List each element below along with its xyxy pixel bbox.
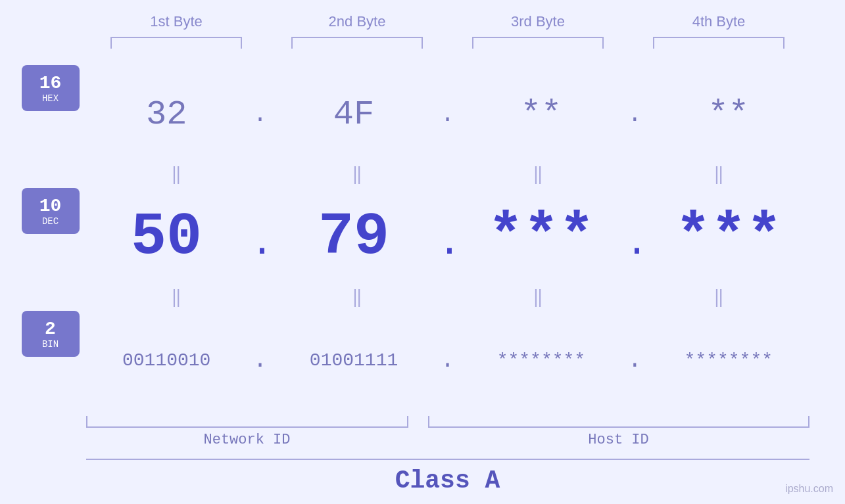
byte1-bracket-top xyxy=(110,37,242,49)
dec-b3: *** xyxy=(461,204,622,271)
eq2-b3: ‖ xyxy=(466,286,610,308)
byte4-header: 4th Byte xyxy=(646,13,791,30)
class-label: Class A xyxy=(395,467,500,495)
hex-sep1: . xyxy=(251,101,270,128)
dec-b1: 50 xyxy=(86,204,247,271)
bin-b3: ******** xyxy=(460,350,621,371)
eq1-b1: ‖ xyxy=(104,164,249,185)
hex-sep3: . xyxy=(625,101,644,128)
byte1-header: 1st Byte xyxy=(104,13,249,30)
hex-b3: ** xyxy=(460,95,621,134)
eq1-b3: ‖ xyxy=(466,164,610,185)
dec-b2: 79 xyxy=(274,204,435,271)
dec-label-badge: 10 DEC xyxy=(22,188,80,234)
hex-label-badge: 16 HEX xyxy=(22,65,80,111)
byte2-header: 2nd Byte xyxy=(285,13,429,30)
bin-b2: 01001111 xyxy=(273,350,434,371)
byte2-bracket-top xyxy=(291,37,423,49)
host-id-bracket xyxy=(428,416,809,428)
host-id-label: Host ID xyxy=(428,432,809,448)
bin-sep2: . xyxy=(438,347,457,374)
class-section: Class A xyxy=(86,459,809,495)
network-id-bracket xyxy=(86,416,408,428)
eq1-b4: ‖ xyxy=(646,164,791,185)
main-container: 1st Byte 2nd Byte 3rd Byte 4th Byte 16 H… xyxy=(0,0,845,504)
hex-b2: 4F xyxy=(273,95,434,134)
dec-b4: *** xyxy=(648,204,809,271)
bin-label-badge: 2 BIN xyxy=(22,311,80,357)
eq2-b2: ‖ xyxy=(285,286,429,308)
bin-sep1: . xyxy=(251,347,270,374)
eq1-b2: ‖ xyxy=(285,164,429,185)
byte4-bracket-top xyxy=(653,37,785,49)
bin-b4: ******** xyxy=(648,350,809,371)
network-id-label: Network ID xyxy=(86,432,408,448)
byte3-header: 3rd Byte xyxy=(466,13,610,30)
byte3-bracket-top xyxy=(472,37,604,49)
hex-row: 32 . 4F . ** . ** xyxy=(86,95,809,134)
eq2-b1: ‖ xyxy=(104,286,249,308)
bin-b1: 00110010 xyxy=(86,350,247,371)
dec-row: 50 . 79 . *** . *** xyxy=(86,204,809,271)
hex-b4: ** xyxy=(648,95,809,134)
dec-sep1: . xyxy=(251,221,270,265)
hex-b1: 32 xyxy=(86,95,247,134)
bin-row: 00110010 . 01001111 . ******** . *******… xyxy=(86,347,809,374)
watermark: ipshu.com xyxy=(785,483,833,495)
eq2-b4: ‖ xyxy=(646,286,791,308)
dec-sep3: . xyxy=(625,221,645,265)
bin-sep3: . xyxy=(625,347,644,374)
hex-sep2: . xyxy=(438,101,457,128)
dec-sep2: . xyxy=(438,221,458,265)
